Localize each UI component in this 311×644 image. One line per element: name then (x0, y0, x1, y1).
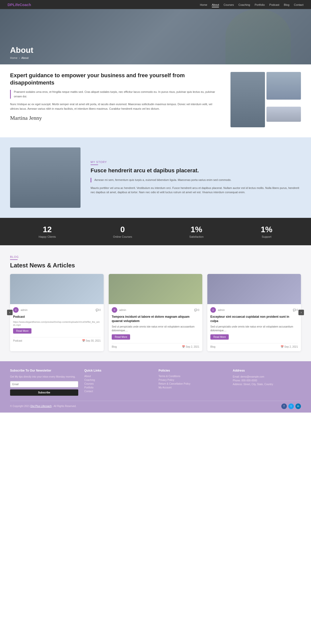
story-paragraph: Mauris porttitor vel urna ac hendrerit. … (91, 186, 301, 195)
stat-number: 0 (113, 225, 132, 234)
stat-item: 1%Satisfaction (189, 225, 204, 238)
stat-label: Online Courses (113, 235, 132, 238)
about-image-small (266, 107, 301, 122)
author-name: admin (119, 309, 126, 311)
blog-date: 📅 Sep 2, 2021 (281, 345, 298, 348)
newsletter-title: Subscribe To Our Newsletter (10, 369, 78, 372)
subscribe-button[interactable]: Subscribe (10, 389, 78, 396)
policies-list: Terms & ConditionsPrivacy PolicyReturn &… (159, 375, 227, 389)
comment-count: 💬 0 (96, 309, 101, 311)
quick-link-portfolio[interactable]: Portfolio (84, 386, 152, 389)
blog-card-footer: Blog 📅 Sep 2, 2021 (112, 343, 199, 348)
stat-number: 1% (261, 225, 272, 234)
about-images (230, 72, 301, 127)
nav-link-courses[interactable]: Courses (223, 3, 234, 6)
nav-link-coaching[interactable]: Coaching (238, 3, 250, 6)
read-more-button[interactable]: Read More (210, 334, 229, 340)
story-content: My Story Fusce hendrerit arcu et dapibus… (91, 160, 301, 194)
policy-link[interactable]: My Account (159, 386, 227, 389)
page-title: About (10, 46, 33, 55)
comment-count: 💬 0 (194, 309, 199, 311)
nav-link-about[interactable]: About (212, 3, 219, 7)
about-image-group (266, 72, 301, 100)
nav-links: HomeAboutCoursesCoachingPortfolioPodcast… (200, 3, 303, 7)
nav-link-podcast[interactable]: Podcast (269, 3, 279, 6)
author-avatar: e (112, 307, 117, 313)
logo-life: Life (13, 3, 20, 7)
footer-address: Address: Street, City, State, Country (233, 382, 301, 386)
stat-item: 12Happy Clients (39, 225, 56, 238)
blog-card-body: e admin 💬 0 Tempora incidunt ut labore e… (109, 304, 202, 351)
read-more-button[interactable]: Read More (112, 334, 130, 340)
logo[interactable]: DPLifeCoach (8, 3, 31, 7)
stat-number: 12 (39, 225, 56, 234)
footer-policies: Policies Terms & ConditionsPrivacy Polic… (159, 369, 227, 396)
read-more-button[interactable]: Read More (13, 328, 31, 334)
hero-content: About Home › About (0, 41, 43, 64)
blog-card-title: Tempora incidunt ut labore et dolore mag… (112, 315, 199, 323)
twitter-icon[interactable]: t (288, 404, 294, 409)
linkedin-icon[interactable]: in (295, 404, 301, 409)
quick-link-coaching[interactable]: Coaching (84, 379, 152, 381)
copyright-suffix: . All Rights Reserved. (52, 405, 76, 408)
footer-quick-links: Quick Links AboutCoachingCoursesPortfoli… (84, 369, 152, 396)
copyright-text: © Copyright 2021 Divi Plus Lifecoach . A… (10, 405, 76, 408)
blog-card-footer: Blog 📅 Sep 2, 2021 (210, 343, 298, 348)
copyright-year: © Copyright 2021 (10, 405, 30, 408)
footer: Subscribe To Our Newsletter Get My tips … (0, 361, 311, 413)
policy-link[interactable]: Terms & Conditions (159, 375, 227, 378)
breadcrumb-current: About (21, 56, 29, 59)
about-heading: Expert guidance to empower your business… (10, 72, 220, 86)
stat-item: 1%Support (261, 225, 272, 238)
about-paragraph: Nunc tristique ac ex eget suscipit. Morb… (10, 102, 220, 111)
social-icons: f t in (281, 404, 301, 409)
nav-link-home[interactable]: Home (200, 3, 207, 6)
email-input[interactable] (10, 381, 78, 387)
author-name: admin (21, 309, 27, 311)
blog-card-image (109, 274, 202, 304)
quick-link-contact[interactable]: Contact (84, 390, 152, 393)
blog-date: 📅 Sep 2, 2021 (182, 345, 199, 348)
quick-link-about[interactable]: About (84, 375, 152, 378)
blog-card-footer: Podcast 📅 Sep 30, 2021 (13, 337, 101, 342)
blog-category: Blog (112, 345, 117, 348)
stat-number: 1% (189, 225, 204, 234)
policy-link[interactable]: Privacy Policy (159, 379, 227, 381)
quick-link-courses[interactable]: Courses (84, 382, 152, 385)
blog-card-url: https://www.elegantthemes.com/preview/Di… (13, 320, 101, 327)
quick-links-title: Quick Links (84, 369, 152, 372)
stat-label: Happy Clients (39, 235, 56, 238)
navbar: DPLifeCoach HomeAboutCoursesCoachingPort… (0, 0, 311, 9)
stat-item: 0Online Courses (113, 225, 132, 238)
footer-bottom: © Copyright 2021 Divi Plus Lifecoach . A… (10, 401, 301, 409)
story-image (10, 147, 81, 208)
nav-link-portfolio[interactable]: Portfolio (255, 3, 265, 6)
newsletter-desc: Get My tips directly into your inbox eve… (10, 375, 78, 379)
facebook-icon[interactable]: f (281, 404, 287, 409)
next-slide-button[interactable]: › (298, 310, 304, 315)
nav-link-contact[interactable]: Contact (294, 3, 303, 6)
story-label: My Story (91, 160, 301, 165)
breadcrumb-home[interactable]: Home (10, 56, 17, 59)
footer-grid: Subscribe To Our Newsletter Get My tips … (10, 369, 301, 396)
about-text: Expert guidance to empower your business… (10, 72, 220, 121)
blog-card: e admin 💬 0 Tempora incidunt ut labore e… (109, 274, 202, 351)
copyright-brand-link[interactable]: Divi Plus Lifecoach (30, 405, 52, 408)
blog-card-image (207, 274, 301, 304)
story-blockquote: Aenean mi sem, fermentum quis turpis a, … (91, 178, 301, 182)
about-blockquote: Praesent sodales urna eros, et fringilla… (10, 90, 220, 99)
blog-card-title: Excepteur sint occaecat cupidatat non pr… (210, 315, 298, 323)
blog-grid: ‹ e admin 💬 0 Podcast https://www.elegan… (10, 274, 301, 351)
nav-link-blog[interactable]: Blog (284, 3, 289, 6)
blog-card-body: e admin 💬 0 Excepteur sint occaecat cupi… (207, 304, 301, 351)
logo-dp: DP (8, 3, 13, 7)
blog-section: Blog Latest News & Articles ‹ e admin 💬 … (0, 245, 311, 361)
story-section: My Story Fusce hendrerit arcu et dapibus… (0, 137, 311, 218)
address-title: Address (233, 369, 301, 372)
author-avatar: e (210, 307, 216, 313)
prev-slide-button[interactable]: ‹ (7, 310, 13, 315)
blog-card-meta: e admin 💬 0 (112, 307, 199, 313)
footer-address: Address Email: demo@example.com Phone: 0… (233, 369, 301, 396)
policies-title: Policies (159, 369, 227, 372)
policy-link[interactable]: Return & Cancellation Policy (159, 382, 227, 385)
